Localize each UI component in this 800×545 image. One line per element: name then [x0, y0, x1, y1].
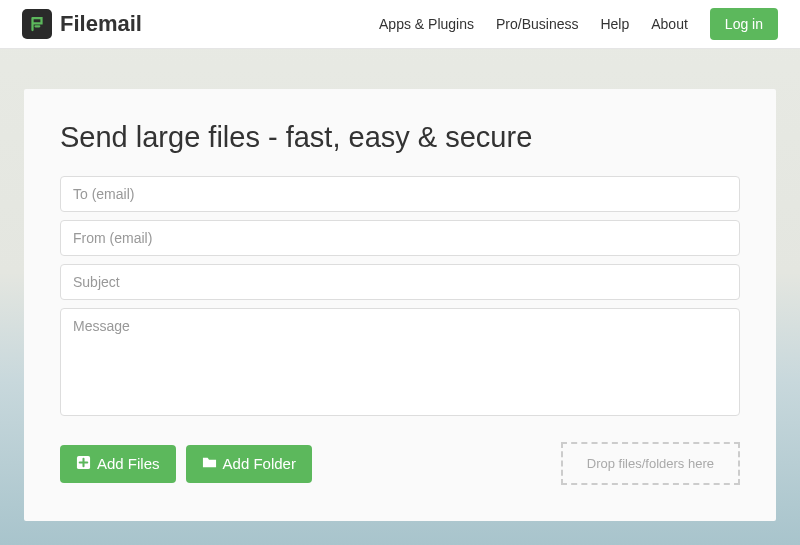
- header: Filemail Apps & Plugins Pro/Business Hel…: [0, 0, 800, 49]
- buttons-left: Add Files Add Folder: [60, 445, 312, 483]
- add-files-button[interactable]: Add Files: [60, 445, 176, 483]
- add-folder-button[interactable]: Add Folder: [186, 445, 312, 483]
- plus-square-icon: [76, 455, 91, 473]
- to-email-field[interactable]: [60, 176, 740, 212]
- nav-help[interactable]: Help: [600, 16, 629, 32]
- folder-icon: [202, 455, 217, 473]
- from-email-field[interactable]: [60, 220, 740, 256]
- login-button[interactable]: Log in: [710, 8, 778, 40]
- logo-icon: [22, 9, 52, 39]
- actions-row: Add Files Add Folder Drop files/folders …: [60, 442, 740, 485]
- nav-apps-plugins[interactable]: Apps & Plugins: [379, 16, 474, 32]
- subject-field[interactable]: [60, 264, 740, 300]
- nav: Apps & Plugins Pro/Business Help About L…: [379, 8, 778, 40]
- logo-text: Filemail: [60, 11, 142, 37]
- add-folder-label: Add Folder: [223, 455, 296, 472]
- main-card: Send large files - fast, easy & secure A…: [24, 89, 776, 521]
- drop-zone[interactable]: Drop files/folders here: [561, 442, 740, 485]
- message-field[interactable]: [60, 308, 740, 416]
- add-files-label: Add Files: [97, 455, 160, 472]
- page-title: Send large files - fast, easy & secure: [60, 121, 740, 154]
- nav-pro-business[interactable]: Pro/Business: [496, 16, 578, 32]
- nav-about[interactable]: About: [651, 16, 688, 32]
- logo[interactable]: Filemail: [22, 9, 142, 39]
